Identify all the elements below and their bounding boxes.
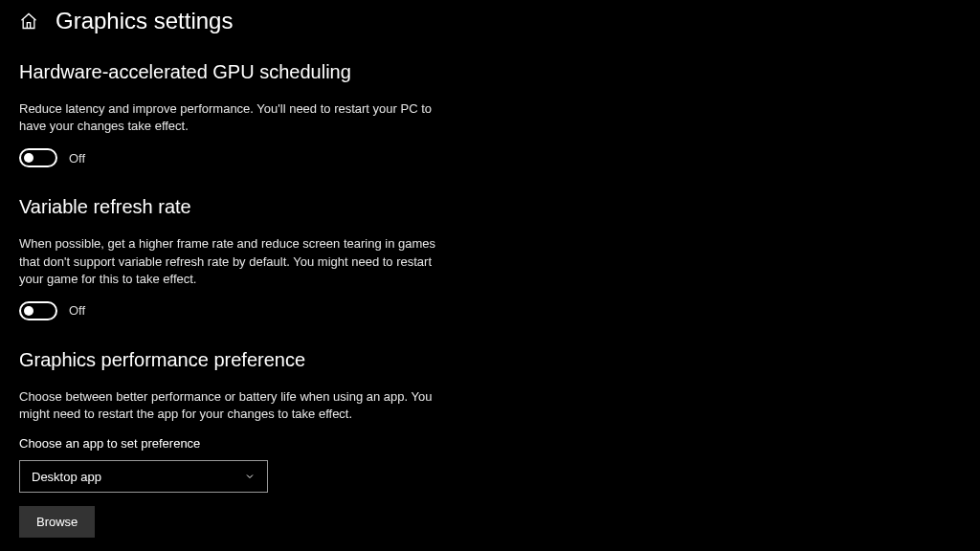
section-gpu-scheduling: Hardware-accelerated GPU scheduling Redu… (19, 61, 961, 167)
gpu-scheduling-toggle[interactable] (19, 148, 57, 167)
dropdown-selected-text: Desktop app (32, 470, 101, 484)
section-performance-preference: Graphics performance preference Choose b… (19, 349, 961, 538)
section-variable-refresh: Variable refresh rate When possible, get… (19, 196, 961, 320)
toggle-knob-icon (24, 153, 33, 163)
home-icon[interactable] (19, 11, 38, 31)
chevron-down-icon (244, 471, 256, 482)
gpu-scheduling-desc: Reduce latency and improve performance. … (19, 100, 440, 135)
vrr-desc: When possible, get a higher frame rate a… (19, 235, 440, 288)
toggle-knob-icon (24, 306, 33, 316)
browse-button[interactable]: Browse (19, 506, 95, 538)
gpu-scheduling-toggle-label: Off (69, 151, 85, 165)
gpu-scheduling-toggle-row: Off (19, 148, 961, 167)
vrr-toggle[interactable] (19, 301, 57, 320)
vrr-toggle-row: Off (19, 301, 961, 320)
perf-desc: Choose between better performance or bat… (19, 388, 440, 423)
vrr-heading: Variable refresh rate (19, 196, 961, 218)
page-header: Graphics settings (19, 0, 961, 34)
gpu-scheduling-heading: Hardware-accelerated GPU scheduling (19, 61, 961, 83)
page-title: Graphics settings (56, 8, 233, 34)
perf-heading: Graphics performance preference (19, 349, 961, 371)
app-type-dropdown[interactable]: Desktop app (19, 460, 268, 493)
choose-app-label: Choose an app to set preference (19, 436, 961, 451)
vrr-toggle-label: Off (69, 303, 85, 318)
